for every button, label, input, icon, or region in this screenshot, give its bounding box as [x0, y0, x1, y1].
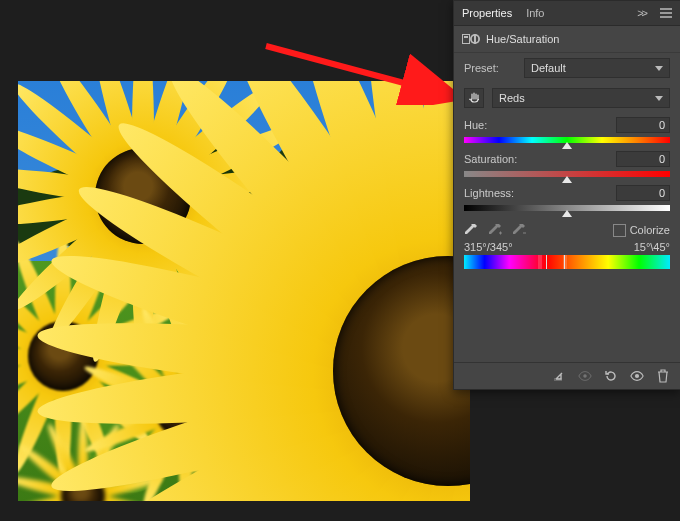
colorize-checkbox[interactable]: Colorize — [613, 224, 670, 237]
svg-point-9 — [635, 374, 639, 378]
preset-label: Preset: — [464, 62, 516, 74]
svg-rect-6 — [474, 34, 476, 44]
lightness-value[interactable]: 0 — [616, 185, 670, 201]
lightness-slider[interactable] — [464, 203, 670, 213]
chevron-down-icon — [655, 96, 663, 101]
color-range-select[interactable]: Reds — [492, 88, 670, 108]
chevron-down-icon — [655, 66, 663, 71]
hue-slider[interactable] — [464, 135, 670, 145]
clip-to-layer-icon[interactable] — [552, 369, 566, 383]
panel-menu-icon[interactable] — [660, 8, 672, 18]
properties-panel: Properties Info >> Hue/Saturation Preset… — [453, 0, 680, 390]
hue-range-right: 15°\45° — [634, 241, 670, 253]
saturation-slider[interactable] — [464, 169, 670, 179]
eyedropper-subtract-icon[interactable] — [512, 223, 526, 237]
hue-range-left: 315°/345° — [464, 241, 513, 253]
eyedropper-add-icon[interactable] — [488, 223, 502, 237]
trash-icon[interactable] — [656, 369, 670, 383]
eyedropper-icon[interactable] — [464, 223, 478, 237]
saturation-label: Saturation: — [464, 153, 517, 165]
collapse-icon[interactable]: >> — [637, 7, 646, 19]
saturation-value[interactable]: 0 — [616, 151, 670, 167]
image-canvas[interactable] — [18, 81, 470, 501]
visibility-icon[interactable] — [630, 369, 644, 383]
lightness-label: Lightness: — [464, 187, 514, 199]
view-previous-icon[interactable] — [578, 369, 592, 383]
hue-label: Hue: — [464, 119, 487, 131]
svg-rect-7 — [554, 378, 562, 381]
preset-select[interactable]: Default — [524, 58, 670, 78]
tab-info[interactable]: Info — [526, 7, 544, 19]
adjustment-type-icon — [462, 32, 480, 46]
hue-range-strip[interactable] — [464, 255, 670, 269]
targeted-adjustment-tool[interactable] — [464, 88, 484, 108]
adjustment-title: Hue/Saturation — [486, 33, 559, 45]
svg-rect-3 — [464, 36, 468, 38]
tab-properties[interactable]: Properties — [462, 7, 512, 19]
hue-value[interactable]: 0 — [616, 117, 670, 133]
sunflower-large — [268, 191, 470, 501]
reset-icon[interactable] — [604, 369, 618, 383]
svg-point-8 — [583, 374, 587, 378]
